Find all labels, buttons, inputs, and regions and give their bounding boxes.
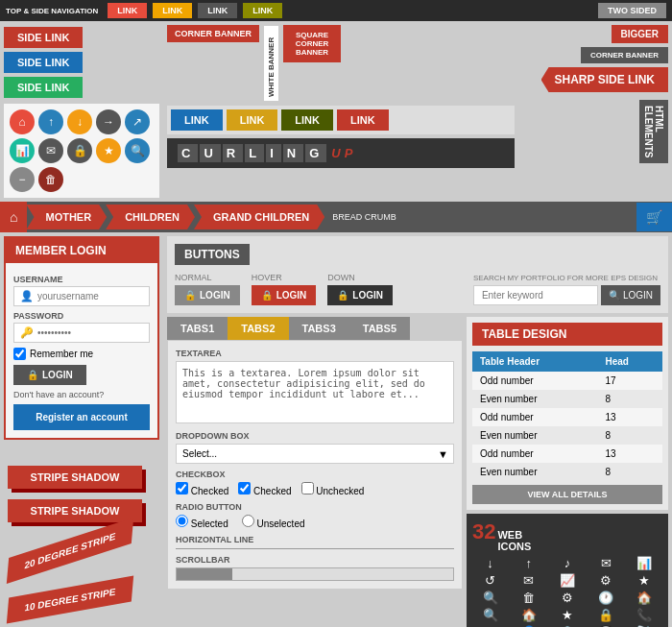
link-btn-3[interactable]: LINK [281, 109, 333, 131]
hover-state: HOVER 🔒 LOGIN [252, 273, 317, 305]
login-body: USERNAME 👤 PASSWORD 🔑 Remember me [6, 263, 157, 438]
main-textarea[interactable]: This is a textarea. Lorem ipsum dolor si… [176, 361, 454, 423]
side-link-1[interactable]: SIDE LINK [4, 27, 83, 48]
search-row: 🔍 LOGIN [473, 285, 660, 305]
login-button[interactable]: 🔒 LOGIN [13, 365, 86, 385]
cell: Even number [472, 463, 597, 481]
breadcrumb-grandchildren[interactable]: GRAND CHILDREN [194, 205, 324, 229]
side-link-3[interactable]: SIDE LINK [4, 77, 83, 98]
checkbox-checked-2[interactable]: Checked [238, 482, 291, 496]
radio-selected[interactable]: Selected [176, 515, 228, 529]
normal-state: NORMAL 🔒 LOGIN [175, 273, 240, 305]
email-icon[interactable]: ✉ [38, 138, 63, 163]
minus-icon[interactable]: − [10, 167, 35, 192]
curling-c: c [178, 144, 198, 162]
search-magnify-icon: 🔍 [609, 290, 620, 301]
breadcrumb-bar: ⌂ MOTHER CHILDREN GRAND CHILDREN BREAD C… [0, 202, 672, 232]
link-btn-1[interactable]: LINK [171, 109, 223, 131]
table-row: Odd number13 [472, 445, 662, 463]
remember-checkbox[interactable] [13, 348, 26, 360]
radio-group: Selected Unselected [176, 515, 454, 529]
tabs-section: TABS1 TABS2 TABS3 TABS5 TEXTAREA This is… [167, 317, 463, 627]
corner-banner-1: CORNER BANNER [167, 25, 259, 42]
username-label: USERNAME [13, 275, 150, 284]
top-section: SIDE LINK SIDE LINK SIDE LINK ⌂ ↑ ↓ → ↗ … [0, 21, 672, 202]
radio-label: RADIO BUTTON [176, 502, 454, 512]
tab-1[interactable]: TABS1 [167, 317, 228, 340]
left-panel: MEMBER LOGIN USERNAME 👤 PASSWORD 🔑 Reme [0, 232, 163, 627]
checkbox-checked-1[interactable]: Checked [176, 482, 228, 496]
star-icon[interactable]: ★ [96, 138, 121, 163]
search-icon[interactable]: 🔍 [125, 138, 150, 163]
cell: 13 [597, 408, 662, 426]
tab-5[interactable]: TABS5 [349, 317, 410, 340]
home-icon[interactable]: ⌂ [10, 109, 35, 134]
page-wrapper: TOP & SIDE NAVIGATION LINK LINK LINK LIN… [0, 0, 672, 627]
nav-link-2[interactable]: LINK [153, 3, 192, 18]
scrollbar-thumb[interactable] [177, 568, 232, 580]
web-icon: ♪ [549, 556, 585, 570]
nav-link-3[interactable]: LINK [198, 3, 237, 18]
two-sided-badge: TWO SIDED [598, 3, 666, 18]
home-btn[interactable]: ⌂ [0, 202, 27, 232]
breadcrumb-children[interactable]: CHILDREN [106, 205, 195, 229]
hover-btn[interactable]: 🔒 LOGIN [252, 285, 317, 305]
web-icon: 🔍 [472, 608, 508, 622]
cell: Even number [472, 426, 597, 445]
table-row: Odd number17 [472, 372, 662, 390]
main-content: MEMBER LOGIN USERNAME 👤 PASSWORD 🔑 Reme [0, 232, 672, 627]
up-icon[interactable]: ↑ [38, 109, 63, 134]
web-icon: 🕐 [588, 591, 624, 605]
search-input[interactable] [473, 285, 598, 305]
radio-unselected[interactable]: Unselected [242, 515, 305, 529]
nav-link-4[interactable]: LINK [243, 3, 282, 18]
textarea-label: TEXTAREA [176, 349, 454, 358]
breadcrumb-mother[interactable]: MOTHER [26, 205, 107, 229]
link-btn-2[interactable]: LINK [227, 109, 278, 131]
lock-icon-hover: 🔒 [261, 290, 273, 301]
scrollbar-track[interactable] [176, 567, 454, 581]
trash-icon[interactable]: 🗑 [38, 167, 63, 192]
right-icon[interactable]: → [96, 109, 121, 134]
down-icon[interactable]: ↓ [67, 109, 92, 134]
password-input[interactable] [37, 327, 143, 338]
th-head: Head [597, 351, 662, 372]
table-row: Even number8 [472, 426, 662, 445]
nav-link-1[interactable]: LINK [108, 3, 147, 18]
link-btn-4[interactable]: LINK [337, 109, 389, 131]
register-button[interactable]: Register an account [13, 404, 150, 430]
web-icon: 📈 [549, 573, 585, 588]
web-icon: 🔒 [588, 608, 624, 622]
cell: 8 [597, 463, 662, 481]
tab-3[interactable]: TABS3 [289, 317, 349, 340]
chart-icon[interactable]: 📊 [10, 138, 35, 163]
html-elements-badge: HTMLELEMENTS [639, 100, 668, 163]
search-button[interactable]: 🔍 LOGIN [601, 285, 660, 305]
scrollbar-label: SCROLLBAR [176, 555, 454, 565]
search-label: SEARCH MY PORTFOLIO FOR MORE EPS DESIGN [473, 274, 660, 282]
curling-r: r [223, 144, 243, 162]
web-icons-label: WEBICONS [497, 529, 531, 552]
checkbox-unchecked[interactable]: Unchecked [301, 482, 365, 496]
lock-icon[interactable]: 🔒 [67, 138, 92, 163]
down-btn[interactable]: 🔒 LOGIN [327, 285, 393, 305]
tab-2[interactable]: TABS2 [228, 317, 288, 340]
normal-btn[interactable]: 🔒 LOGIN [175, 285, 240, 305]
lock-small-icon: 🔒 [27, 370, 38, 380]
cell: 8 [597, 390, 662, 408]
hr-label: HORIZONTAL LINE [176, 535, 454, 544]
dropdown-select[interactable]: Select... [176, 444, 454, 464]
view-all-btn[interactable]: VIEW ALL DETAILS [472, 485, 662, 504]
sharp-side-link[interactable]: SHARP SIDE LINK [541, 67, 668, 92]
cart-btn[interactable]: 🛒 [636, 203, 672, 231]
username-input[interactable] [37, 291, 143, 301]
tabs-table-row: TABS1 TABS2 TABS3 TABS5 TEXTAREA This is… [163, 317, 672, 627]
curling-l: l [245, 144, 264, 162]
stripe-10: 10 DEGREE STRIPE [7, 576, 133, 624]
side-link-2[interactable]: SIDE LINK [4, 52, 83, 73]
web-icon: ★ [627, 573, 662, 588]
arrow-icon[interactable]: ↗ [125, 109, 150, 134]
btn-states-row: NORMAL 🔒 LOGIN HOVER 🔒 LOGIN [175, 273, 660, 305]
cell: 8 [597, 426, 662, 445]
th-header: Table Header [472, 351, 597, 372]
